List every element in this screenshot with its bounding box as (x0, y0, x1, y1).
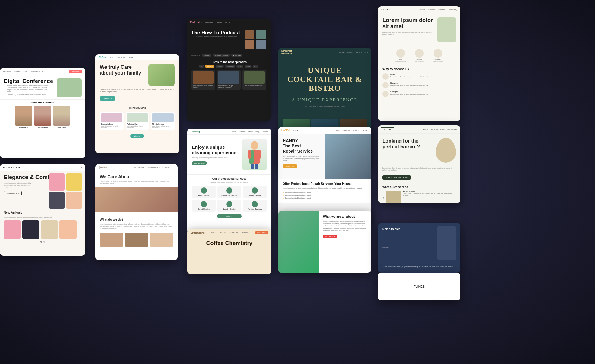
yoga-why-item: Balance Lorem ipsum dolor sit amet, cons… (382, 82, 456, 88)
yoga-nav-item[interactable]: Courses (428, 9, 435, 11)
lehair-nav-arrows[interactable]: ◀ (382, 197, 384, 199)
cleaning-nav-item[interactable]: Contact (262, 131, 268, 133)
wespa-nav-item[interactable]: ABOUT US (134, 166, 144, 168)
podcast-episodes-title: Listen to the best episodes (187, 59, 271, 65)
podcast-episode-title: A great leader or a great business, who'… (218, 85, 239, 88)
handy-nav-item[interactable]: About (336, 129, 341, 131)
yoga-nav-item[interactable]: Schedule (438, 9, 445, 11)
wecare-service-image (152, 113, 174, 122)
garden-desc: Sed ut perspiciatis unde omnis iste natu… (323, 220, 367, 232)
wecare-nav-item[interactable]: Services (118, 56, 125, 58)
wecare-service-desc: Lorem ipsum dolor sit amet consectetur (127, 125, 148, 129)
conf-nav-item[interactable]: Testimonials (30, 71, 40, 72)
lehair-nav-item[interactable]: Home (423, 129, 428, 130)
podcast-filter-sport[interactable]: Sport (236, 65, 243, 68)
fashion-arrival-item[interactable] (4, 220, 21, 239)
cleaning-hero-image (242, 139, 267, 170)
lehair-nav-item[interactable]: Services (431, 129, 438, 130)
coffee-nav-item[interactable]: MENU (220, 232, 226, 234)
lehair-book-btn[interactable]: BOOK AN APPOINTMENT (382, 175, 411, 180)
fashion-new-arrivals-title: New Arrivals (4, 211, 82, 214)
wespa-what-section: What do we do? Lorem ipsum dolor sit ame… (95, 215, 178, 249)
garden-about-btn[interactable]: ABOUT US (323, 235, 337, 238)
fashion-hamburger-icon[interactable]: ☰ (81, 166, 82, 169)
speakers-row: Michael Bell Danielle Morris David Smith (4, 106, 82, 129)
cleaning-quote-btn[interactable]: Get a Quote (192, 161, 207, 165)
cocktail-nav: MIDNIGHTRAIN BAR HOME MENU BOOK A TABLE (278, 48, 371, 57)
yoga-why-icon (382, 82, 389, 88)
fashion-image (49, 192, 65, 209)
cleaning-view-all-btn[interactable]: View All (217, 214, 242, 218)
cleaning-service-item[interactable]: Commercial Cleaning (217, 186, 241, 198)
lehair-nav-item[interactable]: About (440, 129, 445, 130)
podcast-nav-item[interactable]: About (225, 21, 230, 23)
cocktail-nav-item[interactable]: HOME (339, 51, 345, 53)
conf-nav-item[interactable]: Speakers (3, 71, 11, 72)
handy-nav-item[interactable]: Projects (353, 129, 359, 131)
fashion-arrival-item[interactable] (41, 220, 58, 239)
conf-nav-item[interactable]: About (22, 71, 27, 72)
coffee-nav-item[interactable]: LOCATIONS (228, 232, 238, 234)
podcast-episode-card[interactable]: A great leader or a great business, who'… (217, 70, 240, 90)
podcast-filter-travel[interactable]: Travel (245, 65, 252, 68)
handy-nav-item[interactable]: Contact (362, 129, 368, 131)
card-wespa: || weSpa ABOUT US TESTIMONIALS CONTACT U… (95, 164, 178, 260)
cleaning-service-item[interactable]: Window Cleaning (243, 186, 267, 198)
handy-logo-suffix: DOOR (293, 129, 298, 131)
podcast-filter-startup[interactable]: Startup (216, 65, 224, 68)
cleaning-nav-item[interactable]: Blog (255, 131, 259, 133)
cleaning-service-item[interactable]: Laundry Service (217, 200, 241, 212)
cleaning-desc: Providing home cleaning services for ove… (192, 157, 239, 159)
handy-contact-btn[interactable]: Contact Us (283, 164, 297, 168)
fashion-new-arrivals-desc: Lorem ipsum dolor sit amet consectetur a… (4, 216, 82, 218)
podcast-filter-education[interactable]: Education (225, 65, 235, 68)
cleaning-service-icon (201, 187, 207, 194)
handy-nav-item[interactable]: Services (343, 129, 350, 131)
lehair-review: ◀ Jenny Wilson Lorem ipsum dolor sit ame… (382, 191, 456, 203)
wecare-view-all-btn[interactable]: View All (130, 134, 144, 138)
conf-nav-item[interactable]: FAQ (42, 71, 46, 72)
lehair-nav-item[interactable]: References (447, 129, 457, 130)
cleaning-service-item[interactable]: Furniture Sanitizing (243, 200, 267, 212)
podcast-episode-image (244, 71, 265, 84)
podcast-youtube-btn[interactable]: ▶ YouTube (231, 54, 242, 57)
cleaning-service-item[interactable]: Home Cleaning (192, 186, 216, 198)
podcast-episode-card[interactable]: How to employ a great business strategy? (191, 70, 215, 90)
podcast-episode-title: Upcoming business trend 2025 (244, 85, 265, 86)
yoga-nav-item[interactable]: Community (448, 9, 457, 11)
cleaning-nav-item[interactable]: About (248, 131, 253, 133)
coffee-nav-item[interactable]: ABOUT (211, 232, 218, 234)
podcast-episode-card[interactable]: Upcoming business trend 2025 (242, 70, 266, 90)
conf-nav-item[interactable]: Agenda (13, 71, 20, 72)
cleaning-service-item[interactable]: Carpet Cleaning (192, 200, 216, 212)
wespa-nav-item[interactable]: CONTACT US (163, 166, 174, 168)
yoga-nav-item[interactable]: Classes (419, 9, 425, 11)
fashion-arrival-item[interactable] (22, 220, 39, 239)
podcast-nav-item[interactable]: Episodes (205, 21, 213, 23)
cleaning-nav-item[interactable]: Home (231, 131, 236, 133)
cocktail-nav-item[interactable]: MENU (347, 51, 353, 53)
wespa-nav-item[interactable]: TESTIMONIALS (147, 166, 160, 168)
podcast-filter-business[interactable]: Business (205, 65, 214, 68)
podcast-nav-item[interactable]: Guests (216, 21, 222, 23)
coffee-nav-item[interactable]: CONTACT (241, 232, 250, 234)
fashion-arrival-item[interactable] (60, 220, 77, 239)
wecare-service-image (127, 113, 148, 122)
podcast-filter-all[interactable]: All (199, 65, 204, 68)
fashion-learn-more-btn[interactable]: LEARN MORE (4, 191, 22, 195)
cocktail-nav-item[interactable]: BOOK A TABLE (355, 51, 368, 53)
cleaning-nav-item[interactable]: Services (239, 131, 246, 133)
podcast-platforms: Supported by ♪ Spotify G Google Podcasts… (187, 52, 271, 59)
wespa-logo: || weSpa (99, 166, 107, 168)
wecare-nav-item[interactable]: About (110, 56, 115, 58)
fashion-dot[interactable] (43, 241, 45, 243)
cleaning-service-icon (226, 187, 232, 194)
podcast-filter-etc[interactable]: Etc (253, 65, 258, 68)
conf-register-btn[interactable]: Register Now (69, 70, 82, 73)
coffee-free-btn[interactable]: Free Coffees (255, 231, 268, 234)
podcast-spotify-btn[interactable]: ♪ Spotify (202, 54, 211, 57)
wecare-nav-item[interactable]: Contact (128, 56, 134, 58)
podcast-google-btn[interactable]: G Google Podcasts (213, 54, 230, 57)
wecare-contact-btn[interactable]: Contact Us (100, 96, 115, 101)
fashion-dot[interactable] (40, 241, 42, 243)
